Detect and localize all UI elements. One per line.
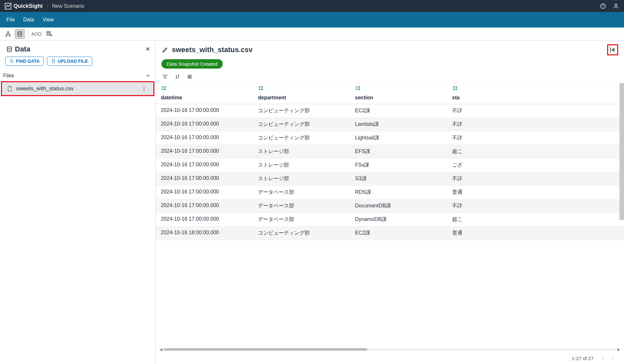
tag-icon: [161, 86, 168, 92]
file-row[interactable]: sweets_with_status.csv: [1, 81, 154, 96]
table-row[interactable]: 2024-10-16 17:00:00.000ストレージ部EFS課超こ: [156, 145, 624, 159]
col-label: department: [258, 95, 286, 100]
table-cell: 普通: [447, 186, 466, 199]
pencil-icon[interactable]: [162, 46, 169, 53]
table-row[interactable]: 2024-10-16 17:00:00.000コンピューティング部Lightsa…: [156, 131, 624, 145]
tag-icon: [258, 86, 265, 92]
table-cell: 不詳: [447, 104, 466, 117]
col-label: sta: [452, 95, 460, 100]
prev-page-button[interactable]: 〈: [598, 355, 606, 361]
table-cell: コンピューティング部: [253, 118, 350, 131]
table-row[interactable]: 2024-10-16 17:00:00.000ストレージ部FSx課ござ: [156, 159, 624, 172]
file-icon: [51, 59, 56, 63]
column-header-datetime[interactable]: datetime: [156, 83, 253, 104]
topbar-divider: [47, 3, 48, 10]
upload-file-button[interactable]: UPLOAD FILE: [47, 57, 92, 66]
table-cell: コンピューティング部: [253, 131, 350, 145]
table-cell: 2024-10-16 17:00:00.000: [156, 199, 253, 213]
svg-rect-8: [47, 31, 50, 33]
data-table: datetime department section sta 2024-10-…: [156, 83, 624, 346]
user-icon[interactable]: [612, 3, 619, 10]
table-cell: 2024-10-16 17:00:00.000: [156, 145, 253, 158]
table-cell: 不詳: [447, 199, 466, 213]
table-header-row: datetime department section sta: [156, 83, 624, 104]
collapse-sidebar-button[interactable]: [607, 44, 618, 55]
find-data-button[interactable]: FIND DATA: [5, 57, 44, 66]
database-icon: [6, 46, 13, 53]
table-cell: 2024-10-16 17:00:00.000: [156, 213, 253, 226]
density-button[interactable]: [186, 73, 193, 80]
vertical-scrollbar[interactable]: [619, 83, 624, 220]
col-label: datetime: [161, 95, 182, 100]
table-cell: データベース部: [253, 186, 350, 199]
column-header-status[interactable]: sta: [447, 83, 466, 104]
scroll-left-icon[interactable]: ◀: [158, 347, 164, 352]
help-icon[interactable]: ?: [599, 3, 607, 10]
hierarchy-icon: [5, 31, 11, 37]
table-row[interactable]: 2024-10-16 18:00:00.000コンピューティング部EC2課普通: [156, 226, 624, 240]
toolbar: ADD:: [0, 28, 624, 40]
add-block-button[interactable]: [45, 29, 54, 39]
scroll-right-icon[interactable]: ▶: [616, 347, 621, 352]
svg-point-3: [615, 4, 617, 6]
filter-button[interactable]: [162, 73, 169, 80]
table-cell: ござ: [447, 159, 466, 172]
tag-icon: [355, 86, 362, 92]
table-cell: 不詳: [447, 118, 466, 131]
more-options-button[interactable]: [139, 86, 149, 92]
menu-view[interactable]: View: [43, 17, 54, 23]
file-name: sweets_with_status.csv: [16, 85, 139, 92]
table-cell: RDS課: [350, 186, 447, 199]
collapse-left-icon: [609, 46, 617, 54]
close-panel-button[interactable]: ✕: [145, 46, 150, 53]
sort-button[interactable]: [174, 73, 181, 80]
column-header-department[interactable]: department: [253, 83, 350, 104]
file-title: sweets_with_status.csv: [172, 46, 604, 54]
tag-icon: [452, 86, 459, 92]
find-data-label: FIND DATA: [16, 59, 39, 64]
quicksight-logo-icon: [5, 3, 12, 10]
table-cell: 超こ: [447, 213, 466, 226]
preview-panel: sweets_with_status.csv Data Snapshot Cre…: [156, 40, 624, 364]
svg-point-15: [144, 90, 145, 91]
chevron-up-icon[interactable]: [145, 73, 151, 79]
table-cell: データベース部: [253, 213, 350, 226]
topbar: QuickSight New Scenario ?: [0, 0, 624, 12]
table-cell: 不詳: [447, 131, 466, 145]
table-cell: EFS課: [350, 145, 447, 158]
table-row[interactable]: 2024-10-16 17:00:00.000データベース部DynamoDB課超…: [156, 213, 624, 226]
status-badge: Data Snapshot Created: [162, 59, 223, 69]
next-page-button[interactable]: 〉: [610, 355, 618, 361]
search-icon: [9, 59, 14, 63]
table-row[interactable]: 2024-10-16 17:00:00.000コンピューティング部EC2課不詳: [156, 104, 624, 118]
data-panel: Data ✕ FIND DATA UPLOAD FILE Files sweet…: [0, 40, 156, 364]
database-icon: [17, 31, 23, 37]
table-cell: DynamoDB課: [350, 213, 447, 226]
table-row[interactable]: 2024-10-16 17:00:00.000コンピューティング部Lambda課…: [156, 118, 624, 131]
svg-rect-9: [47, 34, 50, 35]
table-cell: EC2課: [350, 226, 447, 240]
table-cell: コンピューティング部: [253, 226, 350, 240]
table-row[interactable]: 2024-10-16 17:00:00.000データベース部DocumentDB…: [156, 199, 624, 213]
horizontal-scrollbar[interactable]: ◀ ▶: [156, 346, 624, 353]
table-row[interactable]: 2024-10-16 17:00:00.000ストレージ部S3課不詳: [156, 172, 624, 186]
hierarchy-view-button[interactable]: [3, 29, 13, 39]
column-header-section[interactable]: section: [350, 83, 447, 104]
menu-file[interactable]: File: [6, 17, 15, 23]
add-block-icon: [46, 30, 53, 38]
table-cell: コンピューティング部: [253, 104, 350, 117]
table-footer: 1-27 of 27 〈 〉: [156, 353, 624, 364]
sort-icon: [174, 74, 180, 80]
menubar: File Data View: [0, 12, 624, 28]
data-view-button[interactable]: [15, 29, 25, 39]
table-cell: 2024-10-16 18:00:00.000: [156, 226, 253, 240]
table-cell: 普通: [447, 226, 466, 240]
scenario-name[interactable]: New Scenario: [52, 3, 84, 9]
app-logo[interactable]: QuickSight: [5, 3, 43, 10]
menu-data[interactable]: Data: [23, 17, 34, 23]
table-cell: 2024-10-16 17:00:00.000: [156, 159, 253, 172]
add-label: ADD:: [31, 31, 43, 37]
table-row[interactable]: 2024-10-16 17:00:00.000データベース部RDS課普通: [156, 186, 624, 199]
panel-title: Data: [15, 45, 145, 53]
app-name: QuickSight: [14, 3, 43, 9]
